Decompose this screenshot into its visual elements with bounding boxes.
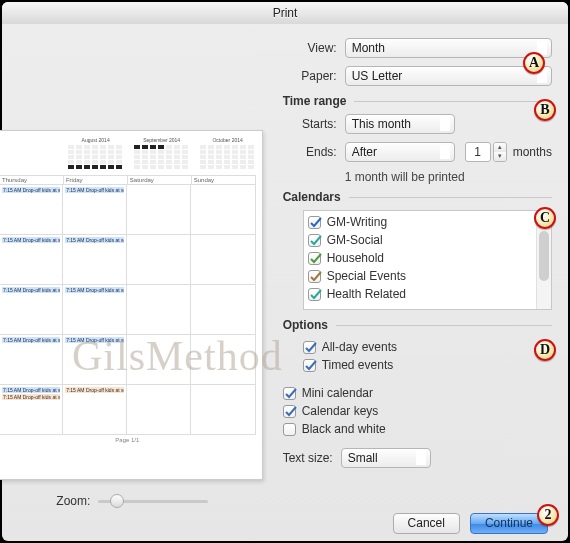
calendar-item[interactable]: Household <box>308 249 547 267</box>
cancel-button[interactable]: Cancel <box>393 513 460 534</box>
text-size-select[interactable]: Small ▴▾ <box>341 448 431 468</box>
ends-label: Ends: <box>283 145 337 159</box>
window-title: Print <box>273 6 298 20</box>
calendar-label: Health Related <box>327 287 406 301</box>
calendar-label: GM-Writing <box>327 215 387 229</box>
weekday-header: Thursday <box>0 175 64 185</box>
all-day-label: All-day events <box>322 340 397 354</box>
calendar-checkbox[interactable] <box>308 288 321 301</box>
ends-select[interactable]: After ▴▾ <box>345 142 455 162</box>
starts-value: This month <box>352 117 411 131</box>
month-grid: 7:15 AM Drop-off kids at school 7:15 AM … <box>0 185 256 435</box>
updown-icon: ▴▾ <box>446 146 450 158</box>
view-value: Month <box>352 41 385 55</box>
ends-value: After <box>352 145 377 159</box>
updown-icon: ▴▾ <box>422 452 426 464</box>
view-select[interactable]: Month ▴▾ <box>345 38 552 58</box>
ends-count-stepper[interactable]: ▴▾ <box>493 142 507 162</box>
text-size-value: Small <box>348 451 378 465</box>
page-number: Page 1/1 <box>0 437 256 443</box>
calendar-item[interactable]: Health Related <box>308 285 547 303</box>
timed-label: Timed events <box>322 358 394 372</box>
calendar-keys-label: Calendar keys <box>302 404 379 418</box>
paper-label: Paper: <box>283 69 337 83</box>
preview-pane: August 2014 September 2014 October 2014 … <box>2 24 271 514</box>
text-size-label: Text size: <box>283 451 333 465</box>
mini-cal-title: September 2014 <box>134 137 190 143</box>
black-white-label: Black and white <box>302 422 386 436</box>
all-day-checkbox[interactable] <box>303 341 316 354</box>
calendars-list[interactable]: GM-WritingGM-SocialHouseholdSpecial Even… <box>303 210 552 310</box>
weekday-header: Saturday <box>128 175 192 185</box>
calendar-checkbox[interactable] <box>308 216 321 229</box>
updown-icon: ▴▾ <box>446 118 450 130</box>
updown-icon: ▴▾ <box>543 70 547 82</box>
view-label: View: <box>283 41 337 55</box>
annotation-a-badge: A <box>523 52 545 74</box>
black-white-checkbox[interactable] <box>283 423 296 436</box>
options-heading: Options <box>283 318 552 332</box>
starts-label: Starts: <box>283 117 337 131</box>
mini-cal-title: August 2014 <box>68 137 124 143</box>
print-preview: August 2014 September 2014 October 2014 … <box>0 130 263 480</box>
title-bar: Print <box>2 2 568 24</box>
weekday-header: Sunday <box>192 175 256 185</box>
calendar-label: GM-Social <box>327 233 383 247</box>
time-range-heading: Time range <box>283 94 552 108</box>
timed-checkbox[interactable] <box>303 359 316 372</box>
annotation-b-badge: B <box>534 99 556 121</box>
paper-select[interactable]: US Letter ▴▾ <box>345 66 552 86</box>
calendar-label: Special Events <box>327 269 406 283</box>
annotation-d-badge: D <box>534 339 556 361</box>
calendar-keys-checkbox[interactable] <box>283 405 296 418</box>
mini-calendar-label: Mini calendar <box>302 386 373 400</box>
ends-unit: months <box>513 145 552 159</box>
calendar-checkbox[interactable] <box>308 252 321 265</box>
ends-count-field[interactable]: 1 <box>465 142 491 162</box>
annotation-2-badge: 2 <box>537 504 559 526</box>
calendars-heading: Calendars <box>283 190 552 204</box>
weekday-header: Friday <box>64 175 128 185</box>
time-range-note: 1 month will be printed <box>345 170 552 184</box>
zoom-label: Zoom: <box>56 494 90 508</box>
calendar-item[interactable]: GM-Social <box>308 231 547 249</box>
starts-select[interactable]: This month ▴▾ <box>345 114 455 134</box>
mini-cal-title: October 2014 <box>200 137 256 143</box>
calendar-checkbox[interactable] <box>308 234 321 247</box>
mini-calendar-checkbox[interactable] <box>283 387 296 400</box>
calendar-label: Household <box>327 251 384 265</box>
zoom-slider[interactable] <box>98 494 208 508</box>
paper-value: US Letter <box>352 69 403 83</box>
calendar-item[interactable]: GM-Writing <box>308 213 547 231</box>
updown-icon: ▴▾ <box>543 42 547 54</box>
calendar-item[interactable]: Special Events <box>308 267 547 285</box>
annotation-c-badge: C <box>534 207 556 229</box>
calendar-checkbox[interactable] <box>308 270 321 283</box>
